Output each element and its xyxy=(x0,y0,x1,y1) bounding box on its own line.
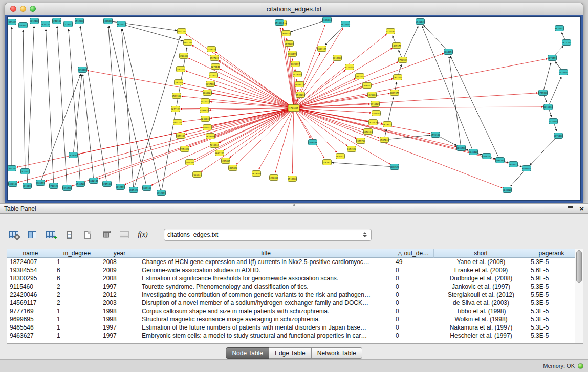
graph-node[interactable] xyxy=(180,53,188,59)
graph-edge[interactable] xyxy=(387,98,394,124)
tab-network-table[interactable]: Network Table xyxy=(312,347,362,359)
graph-node[interactable] xyxy=(117,21,126,27)
graph-edge[interactable] xyxy=(294,48,392,108)
graph-node[interactable] xyxy=(555,26,564,31)
graph-node[interactable] xyxy=(394,75,402,80)
graph-node[interactable] xyxy=(8,166,16,171)
import-table-icon[interactable] xyxy=(118,229,131,241)
graph-node[interactable] xyxy=(333,55,342,61)
graph-node[interactable] xyxy=(210,55,219,61)
graph-edge[interactable] xyxy=(424,25,448,52)
function-builder-icon[interactable]: f(x) xyxy=(136,229,149,241)
graph-edge[interactable] xyxy=(294,107,543,108)
column-header-name[interactable]: name xyxy=(7,249,54,258)
table-scrollbar[interactable] xyxy=(575,249,583,343)
table-row[interactable]: 946554611997Estimation of the future num… xyxy=(7,323,575,332)
column-header-pagerank[interactable]: pagerank xyxy=(528,249,575,258)
graph-node[interactable] xyxy=(252,171,261,177)
graph-node[interactable] xyxy=(104,18,113,24)
graph-node[interactable] xyxy=(19,23,28,28)
graph-edge[interactable] xyxy=(73,75,82,155)
graph-node[interactable] xyxy=(522,166,531,171)
graph-node[interactable] xyxy=(177,133,185,139)
graph-node[interactable] xyxy=(76,181,85,187)
graph-node[interactable] xyxy=(206,134,215,139)
graph-edge[interactable] xyxy=(294,53,444,108)
graph-edge[interactable] xyxy=(294,59,547,108)
graph-node[interactable] xyxy=(548,55,557,61)
table-row[interactable]: 969969511998Structural magnetic resonanc… xyxy=(7,315,575,323)
graph-node[interactable] xyxy=(206,81,215,87)
graph-node[interactable] xyxy=(171,106,180,112)
graph-node[interactable] xyxy=(64,21,73,27)
graph-node[interactable] xyxy=(143,185,151,191)
graph-edge[interactable] xyxy=(184,83,294,108)
column-header-title[interactable]: title xyxy=(139,249,393,258)
graph-node[interactable] xyxy=(318,46,326,52)
graph-edge[interactable] xyxy=(46,29,54,186)
scrollbar-thumb[interactable] xyxy=(576,250,582,283)
graph-edge[interactable] xyxy=(294,108,482,155)
close-panel-icon[interactable]: × xyxy=(579,205,584,212)
graph-edge[interactable] xyxy=(122,29,134,190)
graph-node[interactable] xyxy=(483,154,491,159)
graph-node[interactable] xyxy=(539,90,548,96)
graph-node[interactable] xyxy=(186,160,194,165)
graph-edge[interactable] xyxy=(108,26,120,187)
graph-node[interactable] xyxy=(177,67,185,72)
graph-node[interactable] xyxy=(323,160,332,165)
graph-node[interactable] xyxy=(9,181,17,187)
graph-node[interactable] xyxy=(386,29,395,34)
table-row[interactable]: 1938455462009Genome-wide association stu… xyxy=(7,266,575,274)
graph-node[interactable] xyxy=(201,116,210,122)
graph-node[interactable] xyxy=(559,70,568,75)
delete-table-icon[interactable] xyxy=(99,229,113,241)
graph-edge[interactable] xyxy=(282,28,294,108)
graph-edge[interactable] xyxy=(294,108,347,146)
graph-node[interactable] xyxy=(288,176,297,182)
graph-node[interactable] xyxy=(399,57,407,63)
graph-node[interactable] xyxy=(291,61,300,67)
close-window-button[interactable] xyxy=(10,6,16,12)
graph-node[interactable] xyxy=(369,120,378,125)
graph-node[interactable] xyxy=(116,184,125,190)
graph-node[interactable] xyxy=(444,49,453,55)
graph-node[interactable] xyxy=(103,181,112,187)
table-row[interactable]: 1872400712008Changes of HCN gene express… xyxy=(7,258,575,266)
graph-node[interactable] xyxy=(347,146,356,152)
graph-node[interactable] xyxy=(173,120,182,125)
graph-node[interactable] xyxy=(554,133,563,139)
graph-node[interactable] xyxy=(431,132,440,138)
graph-node[interactable] xyxy=(293,72,302,77)
graph-node[interactable] xyxy=(129,187,138,193)
graph-edge[interactable] xyxy=(280,28,294,108)
graph-edge[interactable] xyxy=(292,108,294,173)
graph-node[interactable] xyxy=(371,101,380,107)
graph-node[interactable] xyxy=(50,183,58,189)
graph-node[interactable] xyxy=(181,146,189,152)
graph-node[interactable] xyxy=(203,125,212,130)
graph-node[interactable] xyxy=(549,119,558,124)
graph-edge[interactable] xyxy=(134,36,180,190)
graph-node[interactable] xyxy=(53,18,61,24)
graph-node[interactable] xyxy=(288,105,299,112)
float-panel-icon[interactable] xyxy=(568,206,573,211)
column-header-out_degree[interactable]: △ out_de… xyxy=(393,249,434,258)
table-row[interactable]: 977716911998Corpus callosum shape and si… xyxy=(7,307,575,315)
window-titlebar[interactable]: citations_edges.txt xyxy=(5,3,583,15)
graph-edge[interactable] xyxy=(450,56,500,160)
graph-edge[interactable] xyxy=(27,26,34,186)
graph-edge[interactable] xyxy=(210,102,294,108)
graph-node[interactable] xyxy=(193,172,202,178)
graph-node[interactable] xyxy=(393,43,401,49)
graph-edge[interactable] xyxy=(80,26,107,184)
graph-node[interactable] xyxy=(544,104,553,110)
table-row[interactable]: 911546021997Tourette syndrome. Phenomeno… xyxy=(7,282,575,291)
graph-node[interactable] xyxy=(209,73,218,78)
graph-edge[interactable] xyxy=(332,163,395,167)
graph-node[interactable] xyxy=(390,90,399,96)
graph-node[interactable] xyxy=(69,152,78,158)
graph-edge[interactable] xyxy=(151,108,294,185)
graph-node[interactable] xyxy=(75,18,84,24)
graph-node[interactable] xyxy=(8,19,16,25)
